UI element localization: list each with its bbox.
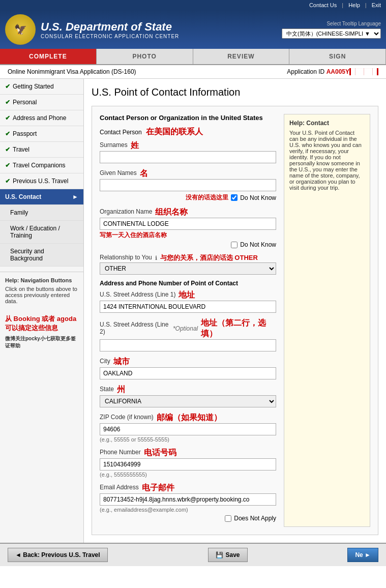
does-not-apply-checkbox[interactable]	[225, 515, 231, 522]
sidebar-item-address[interactable]: ✔ Address and Phone	[0, 110, 83, 126]
sidebar-item-travel-companions[interactable]: ✔ Travel Companions	[0, 158, 83, 173]
sidebar-label: Getting Started	[13, 83, 54, 90]
nav-tabs: COMPLETE PHOTO REVIEW SIGN	[0, 49, 386, 65]
sidebar-item-travel[interactable]: ✔ Travel	[0, 142, 83, 158]
top-bar: Contact Us | Help | Exit	[0, 0, 386, 10]
form-left: Contact Person or Organization in the Un…	[100, 114, 276, 527]
street2-input[interactable]	[100, 339, 276, 351]
sidebar-label: Previous U.S. Travel	[13, 178, 68, 185]
city-group: City 城市 OAKLAND	[100, 357, 276, 379]
language-select[interactable]: 中文(简体）(CHINESE-SIMPLI ▼	[282, 28, 381, 39]
check-icon: ✔	[5, 162, 10, 169]
given-names-input[interactable]	[100, 179, 276, 191]
relationship-label: Relationship to You	[100, 254, 152, 261]
zip-group: ZIP Code (if known) 邮编（如果知道） 94606 (e.g.…	[100, 413, 276, 443]
app-info-bar: Online Nonimmigrant Visa Application (DS…	[0, 65, 386, 79]
annotation-city: 城市	[113, 357, 130, 367]
phone-hint: (e.g., 5555555555)	[100, 472, 276, 478]
sidebar-label: Travel	[13, 146, 29, 153]
sidebar-item-work-education[interactable]: Work / Education / Training	[0, 221, 83, 244]
logo: 🦅	[5, 14, 36, 45]
sidebar-item-family[interactable]: Family	[0, 205, 83, 221]
sidebar-item-previous-us-travel[interactable]: ✔ Previous U.S. Travel	[0, 173, 83, 189]
tab-complete[interactable]: COMPLETE	[0, 49, 97, 64]
does-not-apply-label: Does Not Apply	[234, 515, 276, 522]
city-input[interactable]: OAKLAND	[100, 367, 276, 379]
form-name: Online Nonimmigrant Visa Application (DS…	[8, 68, 136, 75]
org-name-input[interactable]: CONTINENTAL LODGE	[100, 218, 276, 230]
sidebar-item-us-contact[interactable]: U.S. Contact ►	[0, 189, 83, 205]
check-icon: ✔	[5, 99, 10, 106]
do-not-know2-label: Do Not Know	[240, 241, 276, 248]
back-button[interactable]: ◄ Back: Previous U.S. Travel	[8, 548, 108, 562]
street2-group: U.S. Street Address (Line 2) *Optional 地…	[100, 318, 276, 351]
annotation-surname: 姓	[131, 140, 139, 151]
help-panel: Help: Contact Your U.S. Point of Contact…	[284, 114, 370, 527]
next-button[interactable]: Ne ►	[347, 548, 378, 562]
street1-group: U.S. Street Address (Line 1) 地址 1424 INT…	[100, 290, 276, 313]
save-button[interactable]: 💾 Save	[208, 548, 248, 562]
sidebar-help: Help: Navigation Buttons Click on the bu…	[0, 272, 83, 309]
email-input[interactable]: 807713452-h9j4.8jag.hnns.wbrk@property.b…	[100, 493, 276, 506]
sidebar-label: Travel Companions	[13, 162, 66, 169]
check-icon: ✔	[5, 130, 10, 137]
given-names-group: Given Names 名 没有的话选这里 Do Not Know	[100, 168, 276, 202]
contact-person-label: Contact Person	[100, 129, 142, 136]
sidebar-help-title: Help: Navigation Buttons	[5, 277, 78, 283]
sidebar-item-passport[interactable]: ✔ Passport	[0, 126, 83, 142]
help-text: Your U.S. Point of Contact can be any in…	[289, 130, 365, 191]
content-area: U.S. Point of Contact Information Contac…	[84, 79, 386, 543]
annotation-zip: 邮编（如果知道）	[157, 413, 222, 423]
street2-label: U.S. Street Address (Line 2)	[100, 321, 170, 335]
do-not-know2-checkbox[interactable]	[231, 242, 237, 248]
annotation-phone: 电话号码	[144, 448, 176, 458]
tab-sign[interactable]: SIGN	[289, 49, 386, 64]
do-not-know-label: Do Not Know	[240, 194, 276, 201]
form-section: Contact Person or Organization in the Un…	[92, 106, 378, 535]
relationship-group: Relationship to You ℹ 与您的关系，酒店的话选 OTHER …	[100, 253, 276, 275]
org-name-group: Organization Name 组织名称 CONTINENTAL LODGE…	[100, 207, 276, 248]
sidebar-item-getting-started[interactable]: ✔ Getting Started	[0, 79, 83, 95]
phone-input[interactable]: 15104364999	[100, 458, 276, 471]
check-icon: ✔	[5, 146, 10, 153]
check-icon: ✔	[5, 114, 10, 122]
zip-input[interactable]: 94606	[100, 423, 276, 435]
header: 🦅 U.S. Department of State CONSULAR ELEC…	[0, 10, 386, 49]
sidebar-item-personal[interactable]: ✔ Personal	[0, 95, 83, 110]
main-layout: ✔ Getting Started ✔ Personal ✔ Address a…	[0, 79, 386, 543]
tab-review[interactable]: REVIEW	[193, 49, 290, 64]
surnames-input[interactable]	[100, 151, 276, 163]
exit-link[interactable]: Exit	[372, 2, 381, 8]
street1-input[interactable]: 1424 INTERNATIONAL BOULEVARD	[100, 301, 276, 313]
state-select[interactable]: CALIFORNIA ALABAMA ALASKA NEW YORK TEXAS	[100, 395, 276, 407]
street1-label: U.S. Street Address (Line 1)	[100, 291, 175, 298]
check-icon: ✔	[5, 83, 10, 90]
sidebar-label: Personal	[13, 99, 37, 106]
section-title: Contact Person or Organization in the Un…	[100, 114, 276, 122]
org-name-label: Organization Name	[100, 208, 152, 215]
tab-photo[interactable]: PHOTO	[97, 49, 193, 64]
phone-group: Phone Number 电话号码 15104364999 (e.g., 555…	[100, 448, 276, 478]
contact-link[interactable]: Contact Us	[309, 2, 337, 8]
booking-small: 微博关注pocky小七获取更多签证帮助	[5, 335, 78, 349]
help-title: Help: Contact	[289, 120, 365, 127]
email-group: Email Address 电子邮件 807713452-h9j4.8jag.h…	[100, 483, 276, 522]
annotation-street1: 地址	[179, 290, 195, 301]
check-icon: ✔	[5, 178, 10, 185]
save-icon: 💾	[216, 551, 223, 558]
annotation-relationship: 与您的关系，酒店的话选 OTHER	[160, 253, 258, 262]
state-group: State 州 CALIFORNIA ALABAMA ALASKA NEW YO…	[100, 385, 276, 407]
relationship-select[interactable]: OTHER FRIEND BUSINESS ASSOCIATE SPOUSE C…	[100, 262, 276, 275]
sidebar-item-security[interactable]: Security and Background	[0, 244, 83, 267]
annotation-given: 名	[140, 168, 148, 179]
header-subtitle: CONSULAR ELECTRONIC APPLICATION CENTER	[41, 34, 179, 39]
sidebar-help-text: Click on the buttons above to access pre…	[5, 286, 78, 304]
optional-label: *Optional	[173, 325, 198, 332]
do-not-know-checkbox[interactable]	[231, 194, 237, 201]
help-link[interactable]: Help	[348, 2, 360, 8]
annotation-state: 州	[117, 385, 125, 395]
surnames-group: Surnames 姓	[100, 140, 276, 163]
app-id: AA005Y██████	[326, 68, 378, 75]
annotation-street2: 地址（第二行，选填）	[201, 318, 276, 339]
sidebar-label: Security and Background	[10, 248, 78, 262]
